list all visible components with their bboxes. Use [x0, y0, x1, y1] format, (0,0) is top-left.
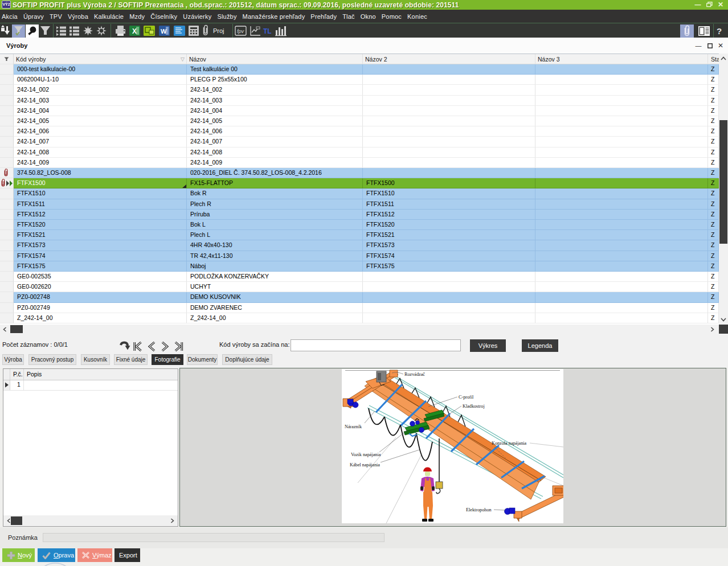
svg-text:W: W — [161, 28, 167, 35]
svg-text:X: X — [132, 27, 137, 35]
svg-text:Konzola napájania: Konzola napájania — [492, 441, 527, 446]
svg-text:Kábel napájania: Kábel napájania — [350, 462, 380, 467]
svg-text:Proj: Proj — [213, 27, 224, 34]
svg-text:Elektropohon: Elektropohon — [466, 507, 492, 512]
svg-text:C-profil: C-profil — [459, 395, 474, 400]
svg-text:?: ? — [717, 26, 722, 36]
svg-text:Vozik napájania: Vozik napájania — [351, 452, 381, 457]
svg-text:Nárazník: Nárazník — [345, 424, 362, 429]
svg-text:TL: TL — [263, 27, 272, 35]
svg-text:fpv: fpv — [237, 28, 244, 34]
svg-text:Rozvádzač: Rozvádzač — [404, 372, 425, 377]
svg-text:Kladkostroj: Kladkostroj — [463, 404, 485, 409]
